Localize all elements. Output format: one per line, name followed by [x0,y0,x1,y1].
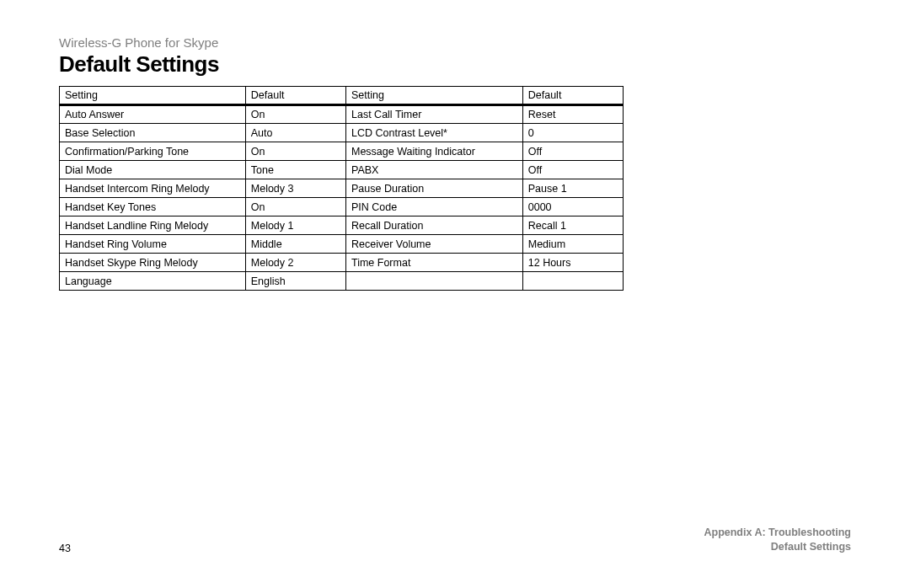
setting-name: Message Waiting Indicator [346,142,523,161]
footer-section: Default Settings [704,540,851,554]
setting-name: Last Call Timer [346,105,523,124]
setting-default [522,272,623,291]
setting-default: Medium [522,235,623,254]
setting-default: On [245,198,345,216]
setting-name: Receiver Volume [346,235,523,254]
setting-default: English [245,272,345,291]
setting-name: Time Format [346,254,523,272]
footer-appendix: Appendix A: Troubleshooting [704,526,851,540]
page-footer: 43 Appendix A: Troubleshooting Default S… [59,526,851,554]
table-row: Auto Answer On Last Call Timer Reset [60,105,624,124]
table-header-cell: Setting [346,87,523,105]
setting-name: PIN Code [346,198,523,216]
document-title: Default Settings [59,51,851,78]
settings-table: Setting Default Setting Default Auto Ans… [59,86,624,291]
table-row: Confirmation/Parking Tone On Message Wai… [60,142,624,161]
setting-default: Middle [245,235,345,254]
setting-default: Recall 1 [522,216,623,235]
table-row: Handset Landline Ring Melody Melody 1 Re… [60,216,624,235]
setting-name: Auto Answer [60,105,246,124]
setting-default: Reset [522,105,623,124]
setting-name: Handset Landline Ring Melody [60,216,246,235]
setting-default: On [245,105,345,124]
setting-default: Melody 1 [245,216,345,235]
setting-default: 0 [522,124,623,142]
table-row: Base Selection Auto LCD Contrast Level* … [60,124,624,142]
setting-name: Language [60,272,246,291]
setting-default: Off [522,161,623,179]
setting-default: 0000 [522,198,623,216]
setting-name: Handset Skype Ring Melody [60,254,246,272]
setting-default: Tone [245,161,345,179]
table-row: Handset Intercom Ring Melody Melody 3 Pa… [60,179,624,198]
table-row: Handset Skype Ring Melody Melody 2 Time … [60,254,624,272]
setting-name: Dial Mode [60,161,246,179]
table-row: Dial Mode Tone PABX Off [60,161,624,179]
setting-name: LCD Contrast Level* [346,124,523,142]
table-header-cell: Default [522,87,623,105]
setting-name: Recall Duration [346,216,523,235]
footer-section-info: Appendix A: Troubleshooting Default Sett… [704,526,851,554]
setting-default: Off [522,142,623,161]
setting-name [346,272,523,291]
table-row: Handset Ring Volume Middle Receiver Volu… [60,235,624,254]
setting-default: Melody 3 [245,179,345,198]
table-header-cell: Default [245,87,345,105]
table-header-cell: Setting [60,87,246,105]
table-row: Handset Key Tones On PIN Code 0000 [60,198,624,216]
setting-default: On [245,142,345,161]
setting-default: Melody 2 [245,254,345,272]
table-header-row: Setting Default Setting Default [60,87,624,105]
setting-name: Pause Duration [346,179,523,198]
setting-default: Pause 1 [522,179,623,198]
setting-default: Auto [245,124,345,142]
setting-name: PABX [346,161,523,179]
setting-name: Handset Ring Volume [60,235,246,254]
setting-name: Handset Key Tones [60,198,246,216]
setting-name: Base Selection [60,124,246,142]
setting-default: 12 Hours [522,254,623,272]
setting-name: Handset Intercom Ring Melody [60,179,246,198]
page-number: 43 [59,543,71,554]
setting-name: Confirmation/Parking Tone [60,142,246,161]
table-row: Language English [60,272,624,291]
document-subtitle: Wireless-G Phone for Skype [59,35,851,50]
